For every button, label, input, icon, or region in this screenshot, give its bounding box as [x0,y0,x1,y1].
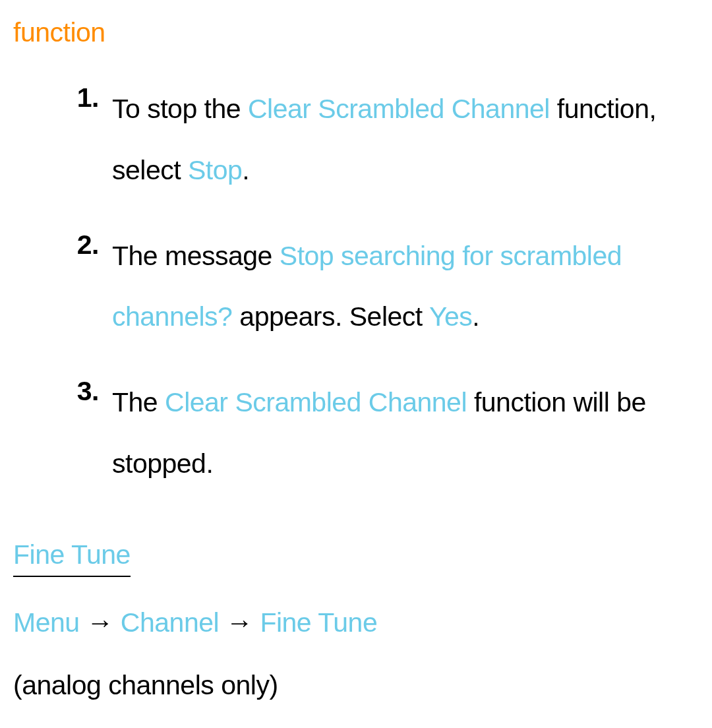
list-item: 1. To stop the Clear Scrambled Channel f… [66,78,699,200]
breadcrumb-separator: → [80,607,121,638]
ui-term: Clear Scrambled Channel [248,94,550,124]
breadcrumb-item: Fine Tune [260,607,377,638]
step-text: The Clear Scrambled Channel function wil… [112,372,699,494]
ordered-list: 1. To stop the Clear Scrambled Channel f… [66,78,699,494]
step-number: 1. [66,78,112,200]
list-item: 3. The Clear Scrambled Channel function … [66,372,699,494]
menu-path: Menu → Channel → Fine Tune [13,603,699,642]
section-title: Fine Tune [13,535,131,577]
step-number: 3. [66,372,112,494]
list-item: 2. The message Stop searching for scramb… [66,226,699,348]
note-text: (analog channels only) [13,666,699,705]
text: The message [112,241,280,271]
breadcrumb-item: Channel [121,607,219,638]
text: appears. Select [232,301,429,332]
breadcrumb-separator: → [219,607,260,638]
text: . [242,155,249,185]
breadcrumb-item: Menu [13,607,80,638]
text: To stop the [112,94,248,124]
ui-term: Stop [188,155,242,185]
step-number: 2. [66,226,112,348]
ui-term: Yes [429,301,472,332]
section-heading: function [13,13,699,52]
step-text: The message Stop searching for scrambled… [112,226,699,348]
step-text: To stop the Clear Scrambled Channel func… [112,78,699,200]
text: The [112,387,165,417]
ui-term: Clear Scrambled Channel [165,387,467,417]
text: . [472,301,479,332]
